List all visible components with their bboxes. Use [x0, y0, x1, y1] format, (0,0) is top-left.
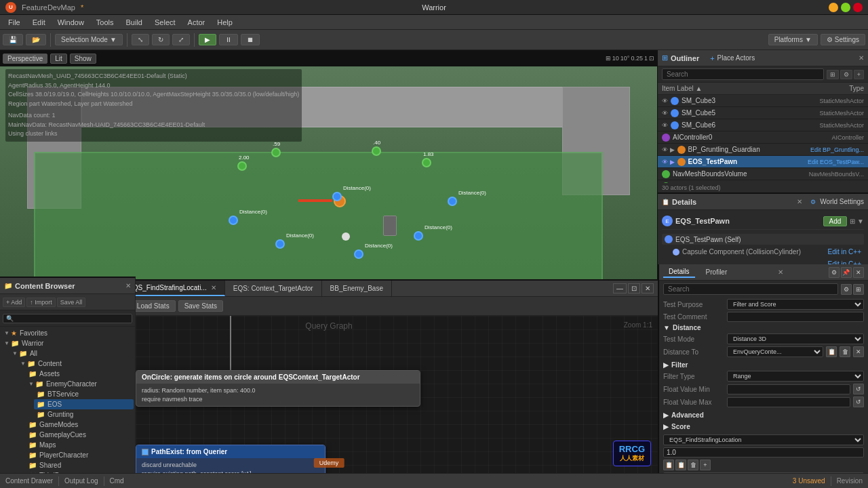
tab-eqs-find-close[interactable]: ✕ [211, 284, 216, 291]
outliner-close[interactable]: ✕ [859, 54, 864, 62]
outliner-add-btn[interactable]: + [854, 70, 864, 79]
menu-actor[interactable]: Actor [182, 17, 211, 28]
distance-close-btn[interactable]: ✕ [853, 346, 864, 357]
value-input-1[interactable] [663, 447, 864, 458]
menu-tools[interactable]: Tools [91, 17, 119, 28]
rdp-profiler-tab[interactable]: Profiler [701, 267, 733, 277]
test-mode-select[interactable]: Distance 3D [727, 333, 864, 344]
value-paste-btn[interactable]: 📋 [675, 460, 686, 470]
node-oncircle[interactable]: OnCircle: generate items on circle aroun… [136, 370, 420, 407]
tree-maps[interactable]: 📁 Maps [26, 440, 134, 450]
rdp-search-settings[interactable]: ⚙ [841, 284, 852, 295]
add-component-btn[interactable]: Add [823, 216, 848, 226]
tree-thirdperson[interactable]: 📁 ThirdPerson [26, 470, 134, 473]
value-delete-btn[interactable]: 🗑 [688, 460, 698, 470]
minimize-button[interactable] [829, 3, 838, 12]
env-query-select[interactable] [663, 472, 864, 473]
tree-eos[interactable]: 📁 EOS [34, 399, 134, 409]
restore-editor[interactable]: ⊡ [628, 283, 640, 293]
details-close[interactable]: ✕ [797, 198, 802, 205]
output-log-btn[interactable]: Output Log [64, 477, 98, 485]
tree-shared[interactable]: 📁 Shared [26, 460, 134, 470]
tree-gamemodes[interactable]: 📁 GameModes [26, 420, 134, 430]
outliner-search-input[interactable] [662, 68, 824, 80]
edit-cpp-btn[interactable]: Edit in C++ [828, 248, 861, 256]
save-btn[interactable]: 💾 [3, 34, 23, 45]
tree-gameplaycues[interactable]: 📁 GameplayCues [26, 430, 134, 440]
tree-warrior[interactable]: ▼ 📁 Warrior [1, 338, 134, 348]
pathexist-checkbox[interactable] [142, 449, 149, 455]
test-comment-input[interactable] [727, 312, 864, 322]
details-more-btn[interactable]: ⊞ ▼ [850, 218, 864, 225]
menu-build[interactable]: Build [121, 17, 148, 28]
rdp-close[interactable]: ✕ [778, 268, 783, 276]
tab-eqs-find[interactable]: EQS_FindStrafingLocati... ✕ [120, 281, 225, 296]
close-button[interactable] [853, 3, 863, 12]
tree-playerchar[interactable]: 📁 PlayerCharacter [26, 450, 134, 460]
cmd-btn[interactable]: Cmd [110, 477, 124, 485]
rotate-tool[interactable]: ↻ [152, 34, 170, 45]
platforms-btn[interactable]: Platforms ▼ [768, 34, 818, 45]
test-purpose-select[interactable]: Filter and Score [727, 299, 864, 310]
rdp-search-input[interactable] [663, 283, 838, 295]
minimize-editor[interactable]: — [613, 283, 627, 293]
pause-btn[interactable]: ⏸ [219, 34, 238, 45]
place-actors-label[interactable]: Place Actors [717, 54, 755, 62]
outliner-row-cube5[interactable]: 👁 SM_Cube5 StaticMeshActor [658, 107, 868, 119]
cb-search[interactable] [3, 314, 132, 323]
outliner-row-cube6[interactable]: 👁 SM_Cube6 StaticMeshActor [658, 119, 868, 131]
outliner-row-guardian[interactable]: 👁 ▶ BP_Gruntling_Guardian Edit BP_Gruntl… [658, 144, 868, 156]
outliner-row-aicontroller[interactable]: AIController0 AIController [658, 131, 868, 144]
cb-import-btn[interactable]: ↑ Import [26, 298, 56, 307]
move-tool[interactable]: ⤡ [132, 34, 149, 45]
distance-title[interactable]: ▼ Distance [663, 324, 864, 331]
tree-btservice[interactable]: 📁 BTService [34, 389, 134, 399]
outliner-row-navmesh[interactable]: NavMeshBoundsVolume NavMeshBoundsV... [658, 168, 868, 180]
menu-select[interactable]: Select [149, 17, 181, 28]
play-btn[interactable]: ▶ [199, 34, 216, 45]
menu-window[interactable]: Window [52, 17, 90, 28]
float-min-input[interactable]: 200.0 [727, 384, 850, 394]
outliner-row-cube3[interactable]: 👁 SM_Cube3 StaticMeshActor [658, 95, 868, 107]
eqs-find-select[interactable]: EQS_FindStrafingLocation [663, 434, 864, 445]
content-drawer-btn[interactable]: Content Drawer [5, 477, 53, 485]
menu-help[interactable]: Help [212, 17, 238, 28]
settings-btn[interactable]: ⚙ Settings [821, 34, 865, 45]
rdp-pin-btn[interactable]: 📌 [841, 267, 852, 278]
tree-content[interactable]: ▼ 📁 Content [18, 359, 134, 369]
outliner-row-eostestpawn[interactable]: 👁 ▶ EOS_TestPawn Edit EOS_TestPaw... [658, 156, 868, 168]
distance-delete-btn[interactable]: 🗑 [840, 346, 850, 357]
advanced-title[interactable]: ▶ Advanced [663, 411, 864, 419]
perspective-btn[interactable]: Perspective [3, 54, 47, 64]
tree-favorites[interactable]: ▼ ★ Favorites [1, 328, 134, 338]
rdp-close-btn[interactable]: ✕ [853, 267, 864, 278]
cb-add-btn[interactable]: + Add [3, 298, 25, 307]
stop-btn[interactable]: ⏹ [241, 34, 260, 45]
tab-bb-enemy[interactable]: BB_Enemy_Base [322, 281, 392, 296]
cb-close[interactable]: ✕ [125, 282, 131, 289]
menu-file[interactable]: File [3, 17, 26, 28]
score-title[interactable]: ▶ Score [663, 423, 864, 430]
maximize-button[interactable] [841, 3, 850, 12]
selection-mode-btn[interactable]: Selection Mode ▼ [55, 34, 123, 45]
rdp-details-tab[interactable]: Details [663, 266, 695, 278]
world-settings-btn[interactable]: World Settings [820, 198, 864, 205]
tree-assets[interactable]: 📁 Assets [26, 369, 134, 379]
float-max-reset[interactable]: ↺ [853, 396, 864, 407]
float-min-reset[interactable]: ↺ [853, 384, 864, 394]
open-btn[interactable]: 📂 [26, 34, 46, 45]
tab-eqs-context[interactable]: EQS: Context_TargetActor [225, 281, 322, 296]
filter-title[interactable]: ▶ Filter [663, 361, 864, 369]
scale-tool[interactable]: ⤢ [172, 34, 190, 45]
node-pathexist[interactable]: PathExist: from Querier discard unreacha… [136, 445, 326, 473]
lit-btn[interactable]: Lit [50, 54, 67, 64]
float-max-input[interactable]: 800.0 [727, 397, 850, 407]
outliner-settings-btn[interactable]: ⚙ [840, 70, 852, 79]
viewport[interactable]: Perspective Lit Show ⊞ 10 10° 0.25 1 ⊡ [0, 50, 658, 314]
outliner-filter-btn[interactable]: ⊞ [827, 70, 839, 79]
rdp-view-btn[interactable]: ⊞ [853, 284, 864, 295]
rdp-settings-btn[interactable]: ⚙ [829, 267, 840, 278]
tree-enemy[interactable]: ▼ 📁 EnemyCharacter [26, 379, 134, 389]
load-stats-btn[interactable]: Load Stats [131, 300, 176, 312]
close-editor[interactable]: ✕ [642, 283, 654, 293]
